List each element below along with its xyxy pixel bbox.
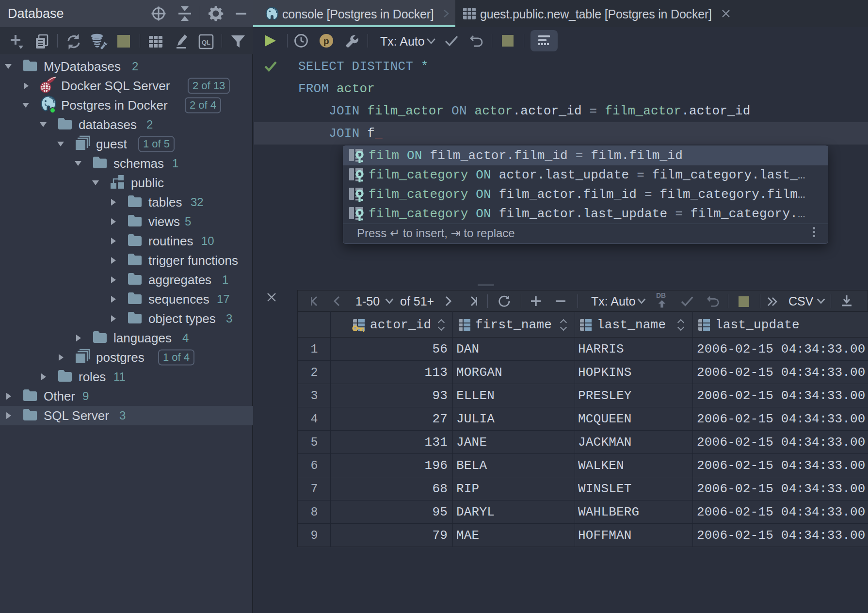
svg-text:QL: QL [202, 39, 210, 46]
svg-text:p: p [323, 36, 329, 46]
